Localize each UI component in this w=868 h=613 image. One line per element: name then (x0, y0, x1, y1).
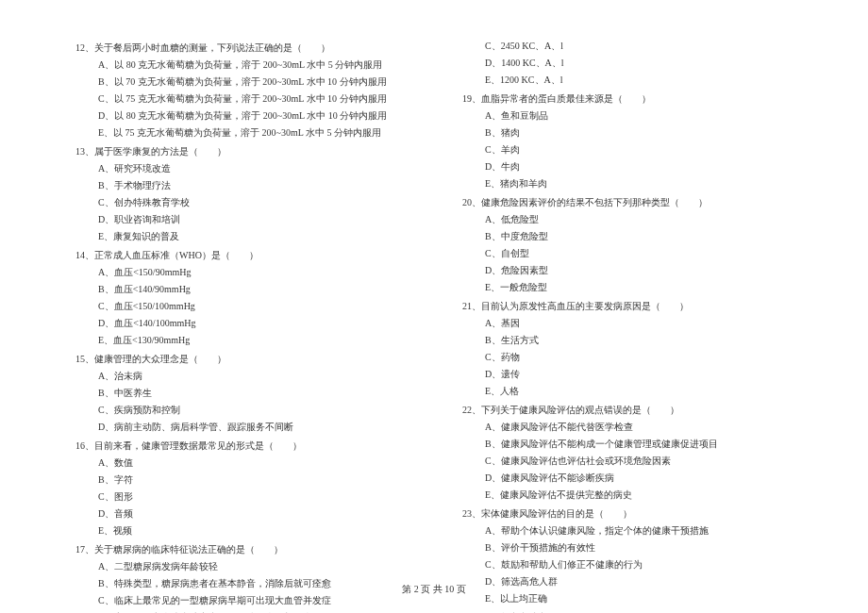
question-stem: 23、宋体健康风险评估的目的是（ ） (462, 505, 793, 522)
question-option: C、羊肉 (462, 141, 793, 158)
question-option: C、创办特殊教育学校 (75, 194, 406, 211)
question-option: C、药物 (462, 349, 793, 366)
question-stem: 24、河豚鱼中毒特点错误的是（ ） (462, 609, 793, 613)
question-option: B、中医养生 (75, 385, 406, 402)
question-option: D、健康风险评估不能诊断疾病 (462, 470, 793, 487)
question-option: C、血压<150/100mmHg (75, 298, 406, 315)
left-column: 12、关于餐后两小时血糖的测量，下列说法正确的是（ ）A、以 80 克无水葡萄糖… (75, 38, 406, 613)
question-option: A、健康风险评估不能代替医学检查 (462, 419, 793, 436)
question-stem: 22、下列关于健康风险评估的观点错误的是（ ） (462, 402, 793, 419)
question-option: B、猪肉 (462, 124, 793, 141)
question-option: E、健康风险评估不提供完整的病史 (462, 487, 793, 504)
question-option: B、手术物理疗法 (75, 177, 406, 194)
question-stem: 14、正常成人血压标准（WHO）是（ ） (75, 247, 406, 264)
question-option: A、鱼和豆制品 (462, 108, 793, 124)
page-footer: 第 2 页 共 10 页 (0, 583, 868, 596)
question-option: B、血压<140/90mmHg (75, 281, 406, 298)
question-stem: 17、关于糖尿病的临床特征说法正确的是（ ） (75, 541, 406, 558)
question-stem: 21、目前认为原发性高血压的主要发病原因是（ ） (462, 298, 793, 315)
question-option: B、评价干预措施的有效性 (462, 539, 793, 556)
question-option: B、健康风险评估不能构成一个健康管理或健康促进项目 (462, 436, 793, 453)
question-option: D、血压<140/100mmHg (75, 315, 406, 332)
question-stem: 13、属于医学康复的方法是（ ） (75, 143, 406, 160)
question-option: C、2450 KC、A、l (462, 38, 793, 55)
question-option: A、数值 (75, 455, 406, 472)
question-option: A、研究环境改造 (75, 160, 406, 177)
question-option: A、以 80 克无水葡萄糖为负荷量，溶于 200~30mL 水中 5 分钟内服用 (75, 57, 406, 74)
question-option: E、人格 (462, 383, 793, 400)
question-option: A、基因 (462, 315, 793, 332)
question-stem: 20、健康危险因素评价的结果不包括下列那种类型（ ） (462, 194, 793, 211)
question-option: C、健康风险评估也评估社会或环境危险因素 (462, 453, 793, 470)
question-option: E、1200 KC、A、l (462, 72, 793, 89)
question-option: C、自创型 (462, 245, 793, 262)
question-option: C、以 75 克无水葡萄糖为负荷量，溶于 200~30mL 水中 10 分钟内服… (75, 91, 406, 108)
question-option: A、治未病 (75, 368, 406, 385)
question-option: A、血压<150/90mmHg (75, 264, 406, 281)
question-option: D、职业咨询和培训 (75, 211, 406, 228)
question-option: C、疾病预防和控制 (75, 402, 406, 419)
right-column: C、2450 KC、A、lD、1400 KC、A、lE、1200 KC、A、l1… (462, 38, 793, 613)
page-columns: 12、关于餐后两小时血糖的测量，下列说法正确的是（ ）A、以 80 克无水葡萄糖… (75, 38, 793, 613)
question-option: A、帮助个体认识健康风险，指定个体的健康干预措施 (462, 522, 793, 539)
question-option: E、一般危险型 (462, 279, 793, 296)
question-option: E、猪肉和羊肉 (462, 175, 793, 192)
question-option: E、以 75 克无水葡萄糖为负荷量，溶于 200~30mL 水中 5 分钟内服用 (75, 124, 406, 141)
question-stem: 15、健康管理的大众理念是（ ） (75, 351, 406, 368)
question-stem: 16、目前来看，健康管理数据最常见的形式是（ ） (75, 438, 406, 455)
question-option: C、图形 (75, 489, 406, 505)
question-option: B、中度危险型 (462, 228, 793, 245)
question-option: B、字符 (75, 472, 406, 489)
question-stem: 12、关于餐后两小时血糖的测量，下列说法正确的是（ ） (75, 40, 406, 57)
question-option: D、音频 (75, 505, 406, 522)
question-option: E、康复知识的普及 (75, 228, 406, 245)
question-option: E、视频 (75, 522, 406, 539)
question-option: B、以 70 克无水葡萄糖为负荷量，溶于 200~30mL 水中 10 分钟内服… (75, 74, 406, 91)
question-option: A、低危险型 (462, 211, 793, 228)
question-option: D、遗传 (462, 366, 793, 383)
question-option: E、血压<130/90mmHg (75, 332, 406, 349)
question-option: D、病前主动防、病后科学管、跟踪服务不间断 (75, 419, 406, 436)
question-option: B、生活方式 (462, 332, 793, 349)
question-option: D、以 80 克无水葡萄糖为负荷量，溶于 200~30mL 水中 10 分钟内服… (75, 108, 406, 124)
question-option: A、二型糖尿病发病年龄较轻 (75, 558, 406, 575)
question-stem: 19、血脂异常者的蛋白质最佳来源是（ ） (462, 91, 793, 108)
question-option: D、危险因素型 (462, 262, 793, 279)
question-option: D、1400 KC、A、l (462, 55, 793, 72)
question-option: D、高血压冠心病或者脑卒中是二型糖尿病的并发症 (75, 609, 406, 613)
question-option: D、牛肉 (462, 158, 793, 175)
question-option: C、鼓励和帮助人们修正不健康的行为 (462, 556, 793, 573)
